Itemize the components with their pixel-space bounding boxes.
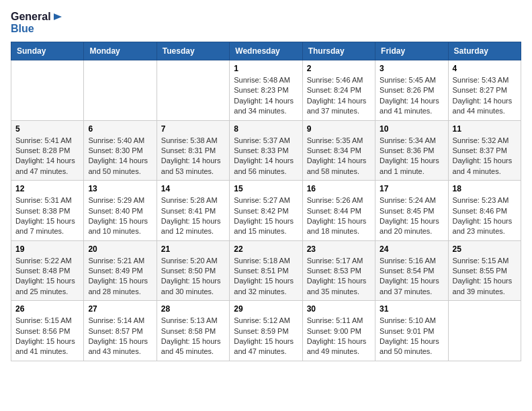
day-info: Sunrise: 5:38 AMSunset: 8:31 PMDaylight:… <box>161 136 225 177</box>
day-number: 13 <box>88 184 152 193</box>
day-info: Sunrise: 5:12 AMSunset: 8:59 PMDaylight:… <box>234 316 298 357</box>
calendar-table: SundayMondayTuesdayWednesdayThursdayFrid… <box>11 42 521 361</box>
calendar-week-row: 26Sunrise: 5:15 AMSunset: 8:56 PMDayligh… <box>11 301 521 361</box>
day-number: 8 <box>234 124 298 134</box>
svg-marker-0 <box>54 13 62 20</box>
day-number: 21 <box>161 244 225 254</box>
day-info: Sunrise: 5:40 AMSunset: 8:30 PMDaylight:… <box>88 136 152 177</box>
calendar-day-cell: 30Sunrise: 5:11 AMSunset: 9:00 PMDayligh… <box>302 301 375 361</box>
day-number: 29 <box>234 304 298 314</box>
day-number: 20 <box>88 244 152 254</box>
calendar-day-cell: 14Sunrise: 5:28 AMSunset: 8:41 PMDayligh… <box>157 181 229 241</box>
day-number: 4 <box>453 64 517 73</box>
day-number: 25 <box>453 244 517 254</box>
day-info: Sunrise: 5:10 AMSunset: 9:01 PMDaylight:… <box>380 316 443 357</box>
weekday-header-cell: Saturday <box>448 42 521 60</box>
calendar-day-cell: 3Sunrise: 5:45 AMSunset: 8:26 PMDaylight… <box>375 60 448 121</box>
day-info: Sunrise: 5:26 AMSunset: 8:44 PMDaylight:… <box>307 195 371 237</box>
day-number: 28 <box>161 304 225 314</box>
logo-blue: Blue <box>11 23 34 35</box>
calendar-day-cell: 25Sunrise: 5:15 AMSunset: 8:55 PMDayligh… <box>448 240 521 301</box>
calendar-day-cell: 1Sunrise: 5:48 AMSunset: 8:23 PMDaylight… <box>230 60 302 121</box>
day-info: Sunrise: 5:23 AMSunset: 8:46 PMDaylight:… <box>453 195 517 237</box>
day-info: Sunrise: 5:14 AMSunset: 8:57 PMDaylight:… <box>88 316 152 357</box>
weekday-header-cell: Monday <box>84 42 157 60</box>
logo: General Blue <box>11 11 64 35</box>
calendar-day-cell: 17Sunrise: 5:24 AMSunset: 8:45 PMDayligh… <box>375 181 448 241</box>
calendar-day-cell: 20Sunrise: 5:21 AMSunset: 8:49 PMDayligh… <box>84 240 157 301</box>
day-info: Sunrise: 5:48 AMSunset: 8:23 PMDaylight:… <box>234 75 298 117</box>
day-info: Sunrise: 5:18 AMSunset: 8:51 PMDaylight:… <box>234 256 298 298</box>
page-header: General Blue <box>11 11 521 35</box>
day-number: 24 <box>380 244 443 254</box>
day-info: Sunrise: 5:24 AMSunset: 8:45 PMDaylight:… <box>380 195 443 237</box>
day-info: Sunrise: 5:32 AMSunset: 8:37 PMDaylight:… <box>453 136 517 177</box>
day-number: 23 <box>307 244 371 254</box>
calendar-day-cell: 16Sunrise: 5:26 AMSunset: 8:44 PMDayligh… <box>302 181 375 241</box>
day-info: Sunrise: 5:46 AMSunset: 8:24 PMDaylight:… <box>307 75 371 117</box>
calendar-day-cell: 24Sunrise: 5:16 AMSunset: 8:54 PMDayligh… <box>375 240 448 301</box>
day-info: Sunrise: 5:11 AMSunset: 9:00 PMDaylight:… <box>307 316 371 357</box>
calendar-day-cell: 27Sunrise: 5:14 AMSunset: 8:57 PMDayligh… <box>84 301 157 361</box>
calendar-day-cell: 4Sunrise: 5:43 AMSunset: 8:27 PMDaylight… <box>448 60 521 121</box>
day-info: Sunrise: 5:15 AMSunset: 8:56 PMDaylight:… <box>15 316 79 357</box>
day-info: Sunrise: 5:20 AMSunset: 8:50 PMDaylight:… <box>161 256 225 298</box>
calendar-body: 1Sunrise: 5:48 AMSunset: 8:23 PMDaylight… <box>11 60 521 361</box>
day-number: 31 <box>380 304 443 314</box>
calendar-week-row: 19Sunrise: 5:22 AMSunset: 8:48 PMDayligh… <box>11 240 521 301</box>
logo-arrow-icon <box>52 11 64 23</box>
calendar-day-cell <box>157 60 229 121</box>
day-info: Sunrise: 5:21 AMSunset: 8:49 PMDaylight:… <box>88 256 152 298</box>
day-number: 27 <box>88 304 152 314</box>
day-number: 17 <box>380 184 443 193</box>
day-number: 15 <box>234 184 298 193</box>
calendar-day-cell: 18Sunrise: 5:23 AMSunset: 8:46 PMDayligh… <box>448 181 521 241</box>
weekday-header-cell: Tuesday <box>157 42 229 60</box>
calendar-day-cell: 22Sunrise: 5:18 AMSunset: 8:51 PMDayligh… <box>230 240 302 301</box>
calendar-day-cell: 12Sunrise: 5:31 AMSunset: 8:38 PMDayligh… <box>11 181 84 241</box>
day-info: Sunrise: 5:27 AMSunset: 8:42 PMDaylight:… <box>234 195 298 237</box>
day-info: Sunrise: 5:28 AMSunset: 8:41 PMDaylight:… <box>161 195 225 237</box>
calendar-day-cell <box>11 60 84 121</box>
day-info: Sunrise: 5:15 AMSunset: 8:55 PMDaylight:… <box>453 256 517 298</box>
day-info: Sunrise: 5:13 AMSunset: 8:58 PMDaylight:… <box>161 316 225 357</box>
day-number: 7 <box>161 124 225 134</box>
day-info: Sunrise: 5:16 AMSunset: 8:54 PMDaylight:… <box>380 256 443 298</box>
day-number: 10 <box>380 124 443 134</box>
day-number: 11 <box>453 124 517 134</box>
weekday-header-cell: Thursday <box>302 42 375 60</box>
calendar-week-row: 1Sunrise: 5:48 AMSunset: 8:23 PMDaylight… <box>11 60 521 121</box>
calendar-day-cell: 6Sunrise: 5:40 AMSunset: 8:30 PMDaylight… <box>84 120 157 181</box>
day-info: Sunrise: 5:35 AMSunset: 8:34 PMDaylight:… <box>307 136 371 177</box>
day-number: 1 <box>234 64 298 73</box>
day-info: Sunrise: 5:41 AMSunset: 8:28 PMDaylight:… <box>15 136 79 177</box>
day-info: Sunrise: 5:31 AMSunset: 8:38 PMDaylight:… <box>15 195 79 237</box>
calendar-week-row: 5Sunrise: 5:41 AMSunset: 8:28 PMDaylight… <box>11 120 521 181</box>
calendar-day-cell: 23Sunrise: 5:17 AMSunset: 8:53 PMDayligh… <box>302 240 375 301</box>
day-number: 3 <box>380 64 443 73</box>
calendar-day-cell: 8Sunrise: 5:37 AMSunset: 8:33 PMDaylight… <box>230 120 302 181</box>
calendar-day-cell: 9Sunrise: 5:35 AMSunset: 8:34 PMDaylight… <box>302 120 375 181</box>
logo-general: General <box>11 11 51 23</box>
day-number: 5 <box>15 124 79 134</box>
day-info: Sunrise: 5:34 AMSunset: 8:36 PMDaylight:… <box>380 136 443 177</box>
day-number: 16 <box>307 184 371 193</box>
calendar-day-cell: 29Sunrise: 5:12 AMSunset: 8:59 PMDayligh… <box>230 301 302 361</box>
day-number: 14 <box>161 184 225 193</box>
day-number: 9 <box>307 124 371 134</box>
calendar-day-cell: 5Sunrise: 5:41 AMSunset: 8:28 PMDaylight… <box>11 120 84 181</box>
day-number: 6 <box>88 124 152 134</box>
weekday-header-cell: Sunday <box>11 42 84 60</box>
calendar-day-cell: 10Sunrise: 5:34 AMSunset: 8:36 PMDayligh… <box>375 120 448 181</box>
weekday-header-cell: Wednesday <box>230 42 302 60</box>
calendar-day-cell: 21Sunrise: 5:20 AMSunset: 8:50 PMDayligh… <box>157 240 229 301</box>
day-info: Sunrise: 5:45 AMSunset: 8:26 PMDaylight:… <box>380 75 443 117</box>
calendar-day-cell: 15Sunrise: 5:27 AMSunset: 8:42 PMDayligh… <box>230 181 302 241</box>
calendar-day-cell <box>448 301 521 361</box>
weekday-header-row: SundayMondayTuesdayWednesdayThursdayFrid… <box>11 42 521 60</box>
day-number: 30 <box>307 304 371 314</box>
calendar-week-row: 12Sunrise: 5:31 AMSunset: 8:38 PMDayligh… <box>11 181 521 241</box>
day-number: 18 <box>453 184 517 193</box>
calendar-day-cell: 13Sunrise: 5:29 AMSunset: 8:40 PMDayligh… <box>84 181 157 241</box>
day-info: Sunrise: 5:17 AMSunset: 8:53 PMDaylight:… <box>307 256 371 298</box>
